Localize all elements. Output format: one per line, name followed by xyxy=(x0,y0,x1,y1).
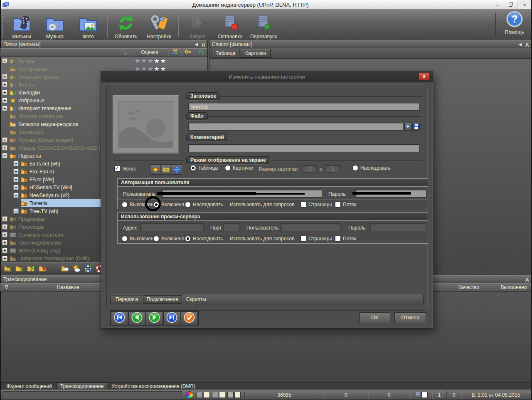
rating-stars[interactable]: ★★★★★ xyxy=(135,57,167,65)
tree-item[interactable]: +Актеры★★★★★ xyxy=(1,57,207,65)
proxy-pages-checkbox[interactable]: Страницы xyxy=(300,236,332,242)
expander-icon[interactable]: + xyxy=(2,256,7,261)
expander-icon[interactable]: + xyxy=(2,240,7,245)
radio-icon[interactable] xyxy=(190,165,196,171)
expander-icon[interactable]: + xyxy=(2,224,7,230)
expander-icon[interactable]: + xyxy=(2,98,7,103)
pin-icon[interactable]: Д xyxy=(202,42,205,47)
dialog-close-button[interactable]: X xyxy=(419,73,430,80)
expander-icon[interactable]: + xyxy=(2,74,7,79)
close-button[interactable]: × xyxy=(517,0,531,9)
toolbar-button-music-folder[interactable]: ♪Музыка xyxy=(38,10,71,41)
quality-column-header[interactable]: Качество xyxy=(442,283,496,291)
proxy-stream-checkbox[interactable]: Поток xyxy=(335,236,356,242)
expander-icon[interactable]: − xyxy=(2,153,7,158)
sort-up-button[interactable] xyxy=(195,48,207,57)
collapse-icon[interactable]: ◀ xyxy=(195,42,198,47)
expander-icon[interactable]: + xyxy=(13,169,19,174)
expander-icon[interactable]: + xyxy=(2,145,7,151)
title-input[interactable] xyxy=(188,103,419,111)
icon-column-header[interactable] xyxy=(12,283,38,291)
expander-icon[interactable]: + xyxy=(13,177,19,182)
name-column-header[interactable]: △ xyxy=(1,48,131,57)
rating-column-header[interactable]: Оценка xyxy=(131,48,169,57)
auth-pages-checkbox[interactable]: Страницы xyxy=(300,202,332,207)
comment-input[interactable] xyxy=(188,144,419,152)
proxy-addr-input[interactable] xyxy=(140,223,204,231)
expander-icon[interactable]: + xyxy=(2,232,7,237)
auth-stream-checkbox[interactable]: Поток xyxy=(335,202,356,207)
toolbar-button-restart[interactable]: ♪Перезапуск xyxy=(247,10,280,41)
pin-icon[interactable]: Д xyxy=(525,277,529,282)
users-button[interactable] xyxy=(169,48,182,57)
restore-button[interactable] xyxy=(504,0,517,9)
thumbnail-internet-button[interactable] xyxy=(172,164,182,175)
pin-icon[interactable]: Д xyxy=(525,42,529,47)
display-inherit-radio[interactable]: Наследовать xyxy=(352,165,391,171)
checkbox-icon[interactable] xyxy=(300,202,306,207)
folder-pencil-button[interactable] xyxy=(27,264,35,273)
dialog-tab[interactable]: Подключение xyxy=(143,295,182,304)
toolbar-button-stop[interactable]: ♪Остановка xyxy=(214,10,247,41)
checkbox-icon[interactable] xyxy=(335,202,341,207)
display-cards-radio[interactable]: Карточки xyxy=(225,165,254,171)
minimize-button[interactable]: – xyxy=(491,0,504,9)
bottom-tab[interactable]: Устройства воспроизведения (DMR) xyxy=(108,383,199,390)
bottom-tab[interactable]: Журнал сообщений xyxy=(2,383,56,390)
file-save-button[interactable] xyxy=(412,123,420,131)
expander-icon[interactable]: + xyxy=(13,208,19,214)
expander-icon[interactable]: + xyxy=(2,137,7,143)
dialog-tab[interactable]: Передача xyxy=(112,295,142,304)
toolbar-button-refresh[interactable]: Обновить xyxy=(109,10,143,41)
toolbar-button-help[interactable]: ?Помощь xyxy=(498,10,531,37)
radio-icon[interactable] xyxy=(122,202,128,207)
ok-button[interactable]: OK xyxy=(360,312,390,323)
radio-icon[interactable] xyxy=(185,202,191,207)
radio-icon[interactable] xyxy=(153,236,159,242)
grid-button[interactable] xyxy=(84,264,92,273)
list-view-tab[interactable]: Таблица xyxy=(211,49,240,58)
expander-icon[interactable]: + xyxy=(13,193,19,198)
expander-icon[interactable]: + xyxy=(13,185,19,190)
filter-column-header[interactable]: ∇ xyxy=(1,283,12,291)
thumbnail-effect-button[interactable] xyxy=(150,164,160,175)
checkbox-icon[interactable] xyxy=(335,236,341,242)
proxy-on-radio[interactable]: Включено xyxy=(153,236,184,242)
toolbar-button-movies-folder[interactable]: Фильмы xyxy=(5,10,38,41)
list-view-tab[interactable]: Карточки xyxy=(241,49,271,58)
nav-prev-button[interactable] xyxy=(128,311,145,325)
toolbar-button-photo-folder[interactable]: Фото xyxy=(71,10,105,41)
done-column-header[interactable]: Выполнено xyxy=(496,283,531,291)
checkbox-icon[interactable] xyxy=(114,166,120,172)
expander-icon[interactable]: + xyxy=(2,90,7,95)
folder-plus-box-button[interactable] xyxy=(3,264,12,273)
file-search-button[interactable] xyxy=(404,123,412,131)
expander-icon[interactable]: + xyxy=(2,216,7,222)
checkbox-icon[interactable] xyxy=(300,236,306,242)
folder-plus-button[interactable] xyxy=(15,264,23,273)
expander-icon[interactable]: + xyxy=(13,161,19,166)
weather-button[interactable] xyxy=(72,264,81,273)
toolbar-button-settings[interactable]: Настройки xyxy=(143,10,176,41)
card-height-input[interactable] xyxy=(325,165,340,173)
card-width-input[interactable] xyxy=(302,165,317,173)
expander-icon[interactable]: + xyxy=(2,82,7,87)
folder-cloud-button[interactable] xyxy=(61,264,69,273)
dialog-tab[interactable]: Скрипты xyxy=(183,296,209,303)
collapse-icon[interactable]: ◀ xyxy=(518,42,522,47)
proxy-off-radio[interactable]: Выключено xyxy=(122,236,156,242)
file-input[interactable] xyxy=(188,123,403,131)
radio-icon[interactable] xyxy=(352,165,358,171)
nav-last-button[interactable] xyxy=(163,311,180,325)
radio-icon[interactable] xyxy=(185,236,191,242)
auth-inherit-radio[interactable]: Наследовать xyxy=(185,202,223,207)
proxy-user-input[interactable] xyxy=(281,223,341,231)
bottom-tab[interactable]: Транскодирование xyxy=(57,383,107,390)
proxy-pass-input[interactable] xyxy=(370,223,426,231)
thumbnail-open-button[interactable] xyxy=(161,164,171,175)
nav-apply-button[interactable] xyxy=(181,311,198,325)
radio-icon[interactable] xyxy=(225,165,231,171)
thumbnail-checkbox[interactable]: Эскиз xyxy=(114,166,135,172)
expander-icon[interactable]: + xyxy=(2,58,7,64)
key-button[interactable] xyxy=(182,48,195,57)
